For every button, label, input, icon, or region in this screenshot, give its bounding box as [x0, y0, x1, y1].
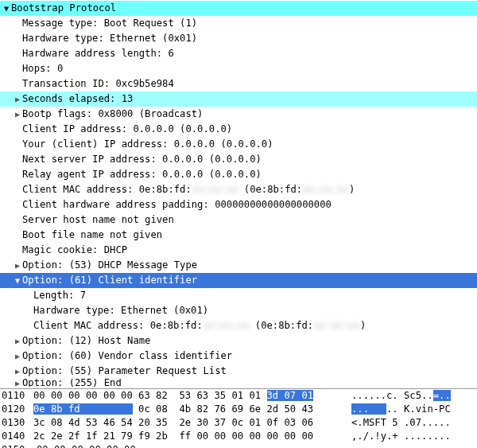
tree-item[interactable]: ▶Boot file name not given: [0, 228, 477, 243]
tree-item-label: Server host name not given: [22, 212, 174, 228]
hex-row[interactable]: 01200e 8b fd 0c 08 4b 82 76 69 6e 2d 50 …: [0, 403, 477, 416]
hex-ascii-selection: =..: [433, 390, 451, 401]
tree-item-label: Bootp flags: 0x8000 (Broadcast): [22, 107, 203, 122]
tree-item-label: Hops: 0: [22, 61, 63, 76]
tree-item[interactable]: ▶Client IP address: 0.0.0.0 (0.0.0.0): [0, 122, 477, 137]
tree-item-label: Client IP address: 0.0.0.0 (0.0.0.0): [22, 122, 232, 137]
mac-redacted: xx:xx:xx: [203, 318, 250, 333]
tree-item[interactable]: ▶Client MAC address: 0e:8b:fd:xx:xx:xx (…: [0, 318, 477, 333]
tree-item-label: Option: (55) Parameter Request List: [22, 364, 227, 379]
tree-item[interactable]: ▶Hops: 0: [0, 61, 477, 76]
hex-bytes: 0e 8b fd 0c 08 4b 82 76 69 6e 2d 50 43: [33, 403, 351, 416]
hex-ascii: ,./.!y.+ ........: [351, 430, 477, 443]
hex-ascii-selection: ...: [351, 403, 386, 415]
hex-offset: 0140: [2, 430, 33, 443]
hex-row[interactable]: 0150 00 00 00 00 00 00: [0, 443, 477, 448]
hex-offset: 0130: [2, 416, 33, 430]
hex-bytes: 00 00 00 00 00 00 63 82 53 63 35 01 01 3…: [33, 389, 351, 403]
tree-item-label: Relay agent IP address: 0.0.0.0 (0.0.0.0…: [22, 167, 262, 182]
expand-icon[interactable]: ▶: [13, 92, 22, 107]
tree-item-label: Magic cookie: DHCP: [22, 243, 127, 258]
expand-icon[interactable]: ▶: [13, 379, 22, 387]
expand-icon[interactable]: ▶: [13, 364, 22, 379]
hex-ascii: <.MSFT 5 .07.....: [351, 416, 477, 430]
hex-offset: 0120: [2, 403, 33, 416]
tree-root-bootstrap[interactable]: ▼Bootstrap Protocol: [0, 1, 477, 16]
tree-item[interactable]: ▶Option: (12) Host Name: [0, 333, 477, 349]
tree-item[interactable]: ▶Client MAC address: 0e:8b:fd:xx:xx:xx (…: [0, 182, 477, 197]
tree-item-label: Message type: Boot Request (1): [22, 16, 197, 31]
mac-label: ): [360, 318, 366, 333]
tree-item[interactable]: ▶Client hardware address padding: 000000…: [0, 197, 477, 212]
hex-bytes: 2c 2e 2f 1f 21 79 f9 2b ff 00 00 00 00 0…: [33, 430, 351, 443]
tree-item[interactable]: ▶Option: (60) Vendor class identifier: [0, 349, 477, 364]
tree-item[interactable]: ▶Bootp flags: 0x8000 (Broadcast): [0, 107, 477, 122]
hex-row[interactable]: 01402c 2e 2f 1f 21 79 f9 2b ff 00 00 00 …: [0, 430, 477, 443]
mac-label: (0e:8b:fd:: [250, 318, 314, 333]
tree-item[interactable]: ▶Hardware type: Ethernet (0x01): [0, 31, 477, 46]
expand-icon[interactable]: ▼: [2, 1, 11, 16]
hex-selection: 0e 8b fd: [33, 403, 133, 415]
hex-row[interactable]: 01303c 08 4d 53 46 54 20 35 2e 30 37 0c …: [0, 416, 477, 430]
mac-label: Client MAC address: 0e:8b:fd:: [33, 318, 203, 333]
tree-item[interactable]: ▶Hardware type: Ethernet (0x01): [0, 303, 477, 318]
packet-details-tree: ▼Bootstrap Protocol ▶Message type: Boot …: [0, 0, 477, 387]
hex-row[interactable]: 011000 00 00 00 00 00 63 82 53 63 35 01 …: [0, 389, 477, 403]
hex-selection: 3d 07 01: [267, 390, 314, 401]
tree-item[interactable]: ▶Server host name not given: [0, 212, 477, 228]
tree-item[interactable]: ▶Next server IP address: 0.0.0.0 (0.0.0.…: [0, 152, 477, 167]
tree-item[interactable]: ▶Option: (55) Parameter Request List: [0, 364, 477, 379]
expand-icon[interactable]: ▶: [13, 258, 22, 273]
tree-item[interactable]: ▶Option: (255) End: [0, 379, 477, 387]
hex-dump-pane[interactable]: 011000 00 00 00 00 00 63 82 53 63 35 01 …: [0, 389, 477, 448]
tree-item[interactable]: ▶Your (client) IP address: 0.0.0.0 (0.0.…: [0, 137, 477, 152]
tree-item-label: Option: (12) Host Name: [22, 333, 150, 349]
hex-bytes: 3c 08 4d 53 46 54 20 35 2e 30 37 0c 01 0…: [33, 416, 351, 430]
tree-item-label: Hardware address length: 6: [22, 46, 174, 61]
tree-item-label: Option: (61) Client identifier: [22, 273, 197, 288]
mac-label: Client MAC address: 0e:8b:fd:: [22, 182, 192, 197]
tree-item[interactable]: ▶Relay agent IP address: 0.0.0.0 (0.0.0.…: [0, 167, 477, 182]
tree-item[interactable]: ▶Hardware address length: 6: [0, 46, 477, 61]
tree-item-label: Length: 7: [33, 288, 86, 303]
mac-label: (0e:8b:fd:: [238, 182, 303, 197]
expand-icon[interactable]: ▶: [13, 333, 22, 349]
tree-item-label: Transaction ID: 0xc9b5e984: [22, 76, 174, 92]
tree-item-label: Client hardware address padding: 0000000…: [22, 197, 332, 212]
tree-item-label: Next server IP address: 0.0.0.0 (0.0.0.0…: [22, 152, 262, 167]
tree-item-label: Option: (60) Vendor class identifier: [22, 349, 232, 364]
hex-ascii: ......c. Sc5..=..: [351, 389, 477, 403]
tree-item[interactable]: ▶Transaction ID: 0xc9b5e984: [0, 76, 477, 92]
tree-item[interactable]: ▶Length: 7: [0, 288, 477, 303]
tree-item-label: Boot file name not given: [22, 228, 162, 243]
hex-offset: 0110: [2, 389, 33, 403]
mac-label: ): [349, 182, 355, 197]
tree-item-label: Your (client) IP address: 0.0.0.0 (0.0.0…: [22, 137, 273, 152]
tree-item[interactable]: ▶Seconds elapsed: 13: [0, 92, 477, 107]
collapse-icon[interactable]: ▼: [13, 273, 22, 288]
tree-item[interactable]: ▶Message type: Boot Request (1): [0, 16, 477, 31]
tree-item[interactable]: ▼Option: (61) Client identifier: [0, 273, 477, 288]
tree-root-label: Bootstrap Protocol: [11, 1, 116, 16]
tree-item[interactable]: ▶Option: (53) DHCP Message Type: [0, 258, 477, 273]
tree-item-label: Seconds elapsed: 13: [22, 92, 133, 107]
tree-item-label: Option: (53) DHCP Message Type: [22, 258, 197, 273]
tree-item-label: Hardware type: Ethernet (0x01): [22, 31, 197, 46]
tree-item-label: Hardware type: Ethernet (0x01): [33, 303, 208, 318]
expand-icon[interactable]: ▶: [13, 107, 22, 122]
hex-ascii: ... .. K.vin-PC: [351, 403, 477, 416]
mac-redacted: xx:xx:xx: [192, 182, 238, 197]
tree-item[interactable]: ▶Magic cookie: DHCP: [0, 243, 477, 258]
tree-item-label: Option: (255) End: [22, 379, 122, 387]
mac-redacted: xx:xx:xx: [313, 318, 360, 333]
expand-icon[interactable]: ▶: [13, 349, 22, 364]
mac-redacted: xx:xx:xx: [302, 182, 349, 197]
